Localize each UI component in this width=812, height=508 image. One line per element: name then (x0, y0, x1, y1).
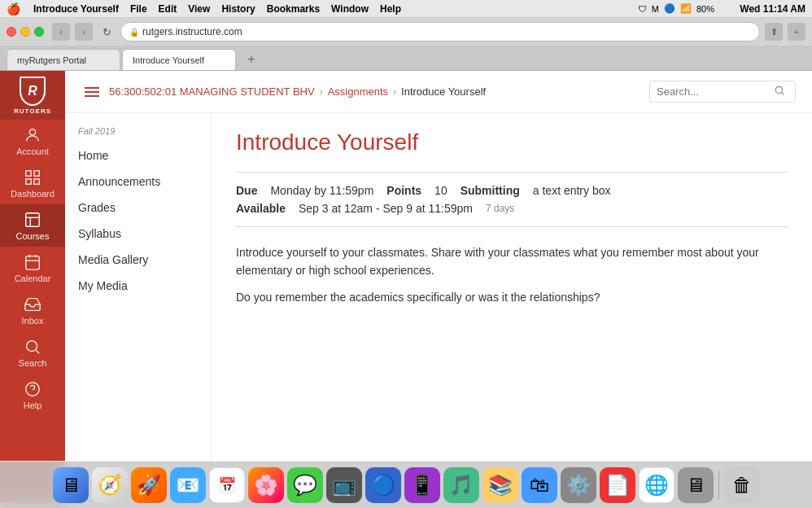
menu-bookmarks[interactable]: Bookmarks (267, 3, 320, 15)
tab-introduce-yourself[interactable]: Introduce Yourself (122, 49, 236, 70)
sidebar-item-calendar[interactable]: Calendar (0, 247, 65, 289)
battery-icon: 🛡 (638, 4, 647, 14)
dock-books[interactable]: 📚 (482, 467, 518, 503)
menu-history[interactable]: History (221, 3, 255, 15)
svg-line-17 (782, 93, 784, 95)
close-button[interactable] (7, 27, 16, 37)
svg-point-16 (775, 86, 782, 93)
course-nav-syllabus[interactable]: Syllabus (65, 221, 211, 247)
hamburger-button[interactable] (81, 84, 103, 100)
share-button[interactable]: ⬆ (765, 23, 783, 41)
dock-chrome[interactable]: 🌐 (639, 467, 674, 503)
search-input[interactable] (657, 85, 771, 98)
dock-sysprefs[interactable]: ⚙️ (561, 467, 596, 503)
sidebar-item-help[interactable]: Help (0, 374, 65, 416)
logo-r: R (28, 84, 37, 99)
course-nav-media-gallery[interactable]: Media Gallery (65, 247, 211, 273)
dock-finder[interactable]: 🖥 (53, 467, 89, 503)
sidebar-item-courses[interactable]: Courses (0, 204, 65, 247)
tab-myrutgers[interactable]: myRutgers Portal (7, 49, 120, 70)
hamburger-line-1 (85, 87, 99, 89)
course-nav-announcements[interactable]: Announcements (65, 169, 211, 195)
battery-pct: 80% (696, 4, 714, 14)
maximize-button[interactable] (34, 27, 44, 37)
dock-photos[interactable]: 🌸 (248, 467, 284, 503)
dock-trash[interactable]: 🗑 (724, 467, 760, 503)
minimize-button[interactable] (20, 27, 30, 37)
breadcrumb-course-link[interactable]: 56:300:502:01 MANAGING STUDENT BHV (109, 85, 315, 98)
sidebar-logo[interactable]: R RUTGERS (0, 71, 65, 120)
available-label: Available (236, 202, 286, 215)
rutgers-shield: R (20, 77, 46, 106)
mac-menubar: 🍎 Introduce Yourself File Edit View Hist… (0, 0, 812, 18)
calendar-icon (23, 252, 42, 272)
points-label: Points (386, 184, 421, 197)
sidebar-courses-label: Courses (16, 231, 50, 241)
mac-time: Wed 11:14 AM (740, 3, 805, 15)
vpn-icon: M (652, 4, 659, 14)
wifi-icon: 📶 (680, 3, 692, 14)
browser-toolbar: ‹ › ↻ 🔒 rutgers.instructure.com ⬆ + (0, 18, 812, 46)
svg-point-14 (26, 383, 40, 396)
back-button[interactable]: ‹ (52, 23, 70, 41)
reload-button[interactable]: ↻ (98, 23, 116, 41)
course-nav-my-media[interactable]: My Media (65, 273, 211, 299)
svg-rect-1 (26, 171, 31, 176)
dock-messages[interactable]: 💬 (287, 467, 323, 503)
search-icon (23, 337, 42, 357)
meta-row-due: Due Monday by 11:59pm Points 10 Submitti… (236, 184, 788, 197)
battery-status: 🛡 M 🔵 📶 80% (638, 3, 714, 14)
inbox-icon (23, 295, 42, 314)
dock-acrobat[interactable]: 📄 (600, 467, 635, 503)
svg-rect-3 (26, 179, 31, 184)
browser-tabs: myRutgers Portal Introduce Yourself + (0, 46, 812, 70)
account-icon (23, 125, 42, 145)
course-nav-home[interactable]: Home (65, 142, 211, 169)
course-nav-grades[interactable]: Grades (65, 195, 211, 221)
sidebar-item-dashboard[interactable]: Dashboard (0, 162, 65, 204)
menu-file[interactable]: File (130, 3, 147, 15)
dock-app2[interactable]: 📱 (404, 467, 440, 503)
assignment-body-text-1: Introduce yourself to your classmates. S… (236, 243, 788, 280)
search-box (649, 81, 796, 103)
new-tab-button[interactable]: + (241, 49, 262, 70)
dock-calendar[interactable]: 📅 (209, 467, 245, 503)
sidebar-search-label: Search (19, 358, 47, 368)
sidebar-item-account[interactable]: Account (0, 120, 65, 162)
dock-app4[interactable]: 🖥 (678, 467, 714, 503)
svg-point-12 (27, 341, 37, 352)
address-bar[interactable]: 🔒 rutgers.instructure.com (120, 22, 760, 42)
menu-window[interactable]: Window (331, 3, 369, 15)
dock-app1[interactable]: 🔵 (365, 467, 401, 503)
breadcrumb-assignments-link[interactable]: Assignments (328, 85, 388, 98)
dock-mail[interactable]: 📧 (170, 467, 206, 503)
dock-screen[interactable]: 📺 (326, 467, 362, 503)
svg-line-13 (36, 350, 39, 353)
svg-rect-4 (34, 179, 39, 184)
sidebar-item-inbox[interactable]: Inbox (0, 289, 65, 331)
address-text: rutgers.instructure.com (142, 26, 242, 37)
menu-view[interactable]: View (188, 3, 210, 15)
due-label: Due (236, 184, 257, 197)
app-menu-safari[interactable]: Introduce Yourself (33, 3, 119, 15)
sidebar-item-search[interactable]: Search (0, 331, 65, 374)
forward-button[interactable]: › (75, 23, 93, 41)
sidebar: R RUTGERS Account Dashboard (0, 71, 65, 502)
due-value: Monday by 11:59pm (270, 184, 373, 197)
menu-help[interactable]: Help (380, 3, 401, 15)
search-submit-button[interactable] (774, 85, 785, 99)
apple-menu[interactable]: 🍎 (7, 2, 20, 15)
sidebar-calendar-label: Calendar (15, 274, 51, 283)
dock-safari[interactable]: 🧭 (92, 467, 128, 503)
submitting-label: Submitting (461, 184, 520, 197)
menu-edit[interactable]: Edit (159, 3, 177, 15)
dock-appstore[interactable]: 🛍 (522, 467, 557, 503)
dock-launchpad[interactable]: 🚀 (131, 467, 167, 503)
dock-app3[interactable]: 🎵 (443, 467, 479, 503)
submitting-value: a text entry box (533, 184, 611, 197)
new-tab-add[interactable]: + (788, 23, 805, 41)
svg-rect-5 (26, 213, 40, 227)
content-header: 56:300:502:01 MANAGING STUDENT BHV › Ass… (65, 71, 812, 113)
lock-icon: 🔒 (129, 28, 139, 37)
dashboard-icon (23, 168, 42, 187)
